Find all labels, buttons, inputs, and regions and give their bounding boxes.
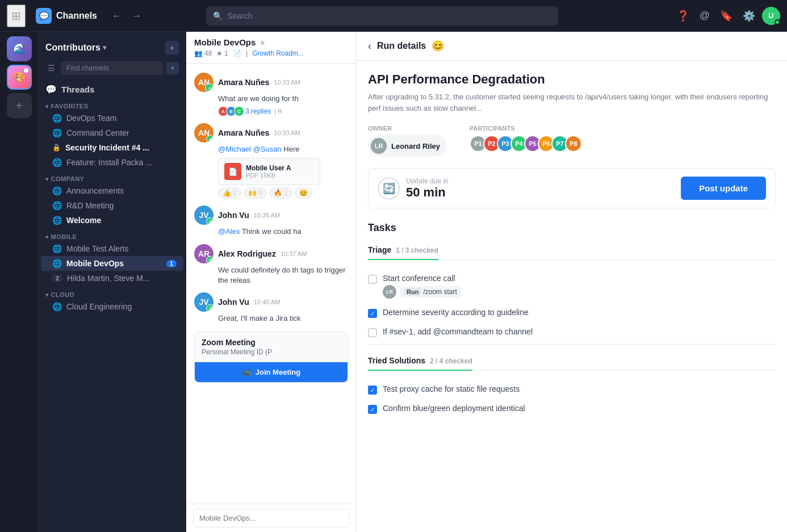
company-header[interactable]: ▾ COMPANY <box>39 172 186 183</box>
channel-item-cloud-engineering[interactable]: 🌐 Cloud Engineering <box>41 299 183 314</box>
back-button[interactable]: ← <box>107 7 125 24</box>
channel-item-welcome[interactable]: 🌐 Welcome <box>41 213 183 228</box>
message-input-bar <box>186 504 356 532</box>
participants-row: P1 P2 P3 P4 P5 P6 P7 P8 <box>470 135 579 152</box>
channel-label: Announcements <box>66 186 124 195</box>
message-group: AN ✓ Amara Nuñes 10:33 AM @Michael @Susa… <box>186 120 356 202</box>
workspace-icons: 🌊 🎨 + <box>0 32 39 532</box>
topbar-actions: ❓ @ 🔖 ⚙️ U <box>673 6 780 26</box>
timer-icon: 🔄 <box>378 177 400 200</box>
workspace-avatar-1[interactable]: 🌊 <box>7 36 32 61</box>
channel-item-rd-meeting[interactable]: 🌐 R&D Meeting <box>41 198 183 213</box>
brand-area: 💬 Channels <box>31 8 102 24</box>
task-item: ✓ Confirm blue/green deployment identica… <box>368 399 776 418</box>
workspace-add-button[interactable]: + <box>7 93 32 118</box>
threads-label: Threads <box>61 85 94 94</box>
cloud-header[interactable]: ▾ CLOUD <box>39 288 186 299</box>
cloud-label: CLOUD <box>51 291 75 298</box>
mention-icon[interactable]: @ <box>696 6 713 25</box>
channel-link[interactable]: Growth Roadm... <box>252 49 304 57</box>
run-chip[interactable]: Run /zoom start <box>400 286 462 298</box>
task-checkbox-checked[interactable]: ✓ <box>368 405 377 414</box>
participants-label: Participants <box>470 125 579 132</box>
tried-count: 2 / 4 checked <box>430 357 472 365</box>
tab-tried-solutions[interactable]: Tried Solutions 2 / 4 checked <box>368 351 472 371</box>
reaction-thumbsup[interactable]: 👍 1 <box>218 187 241 199</box>
reply-label: | R <box>274 108 282 115</box>
task-text: If #sev-1, add @commandteam to channel <box>383 327 533 336</box>
channel-item-command-center[interactable]: 🌐 Command Center <box>41 125 183 140</box>
channel-item-mobile-test-alerts[interactable]: 🌐 Mobile Test Alerts <box>41 241 183 256</box>
brand-label: Channels <box>56 11 97 21</box>
reaction-clap[interactable]: 🙌 4 <box>244 187 267 199</box>
channel-label: Cloud Engineering <box>66 302 132 311</box>
channel-star-icon[interactable]: ★ <box>259 38 266 47</box>
channel-header: Mobile DevOps ★ 👥 48 ★ 1 📄 | Growth Road… <box>186 32 356 64</box>
threads-icon: 💬 <box>45 84 57 95</box>
emoji-button[interactable]: 😊 <box>432 40 444 52</box>
settings-icon[interactable]: ⚙️ <box>739 6 759 26</box>
join-meeting-button[interactable]: 📹 Join Meeting <box>195 362 348 382</box>
message-group: AR ✓ Alex Rodriguez 10:37 AM We could de… <box>186 241 356 289</box>
tab-triage[interactable]: Triage 1 / 3 checked <box>368 241 438 260</box>
user-avatar[interactable]: U <box>762 7 780 25</box>
channel-item-feature-install[interactable]: 🌐 Feature: Install Packa ... <box>41 155 183 170</box>
channel-item-security-incident[interactable]: 🔒 Security Incident #4 ... <box>41 140 183 155</box>
workspace-chevron-icon: ▾ <box>103 44 106 52</box>
globe-icon: 🌐 <box>52 186 62 195</box>
mobile-header[interactable]: ▾ MOBILE <box>39 230 186 241</box>
search-bar[interactable]: 🔍 <box>206 6 558 26</box>
find-channels-input[interactable] <box>61 61 163 75</box>
favorites-header[interactable]: ▾ FAVORITES <box>39 99 186 111</box>
forward-button[interactable]: → <box>128 7 146 24</box>
avatar: AN ✓ <box>194 123 214 143</box>
attachment-card[interactable]: 📄 Mobile User A PDF 15KB <box>218 158 320 185</box>
favorites-label: FAVORITES <box>51 103 89 110</box>
back-button[interactable]: ‹ <box>368 40 371 52</box>
help-icon[interactable]: ❓ <box>673 6 693 26</box>
task-checkbox-checked[interactable]: ✓ <box>368 309 377 318</box>
post-update-button[interactable]: Post update <box>681 177 766 200</box>
sidebar-add-button[interactable]: + <box>165 41 179 55</box>
message-input[interactable] <box>193 509 349 527</box>
avatar: AN ✓ <box>194 73 214 92</box>
verified-badge-icon: ✓ <box>206 256 214 263</box>
channel-item-announcements[interactable]: 🌐 Announcements <box>41 183 183 198</box>
lock-icon: 🔒 <box>52 144 61 152</box>
tasks-section: Tasks Triage 1 / 3 checked Start confere… <box>368 222 776 418</box>
channel-item-devops-team[interactable]: 🌐 DevOps Team <box>41 111 183 125</box>
task-checkbox[interactable] <box>368 275 377 284</box>
incident-desc: After upgrading to 5.31.2, the customer … <box>368 91 776 114</box>
task-avatar: LR <box>383 285 396 299</box>
message-sender: John Vu <box>218 211 249 220</box>
update-label: Update due in <box>406 177 449 185</box>
threads-item[interactable]: 💬 Threads <box>39 79 186 99</box>
add-channel-button[interactable]: + <box>166 62 179 74</box>
search-input[interactable] <box>227 11 551 20</box>
globe-icon: 🌐 <box>52 216 62 225</box>
add-reaction-button[interactable]: 😊 <box>295 187 312 199</box>
replies-count[interactable]: 3 replies <box>245 107 271 115</box>
workspace-avatar-2[interactable]: 🎨 <box>7 65 32 90</box>
bookmark-icon[interactable]: 🔖 <box>717 6 736 26</box>
chevron-down-icon: ▾ <box>45 176 49 182</box>
filter-button[interactable]: ☰ <box>45 61 57 75</box>
channel-meta: 👥 48 ★ 1 📄 | Growth Roadm... <box>194 49 348 57</box>
globe-icon: 🌐 <box>52 128 62 137</box>
task-checkbox-checked[interactable]: ✓ <box>368 386 377 395</box>
channel-name: Mobile DevOps <box>194 37 256 47</box>
channel-item-mobile-devops[interactable]: 🌐 Mobile DevOps 1 <box>41 256 183 271</box>
messages-list: AN ✓ Amara Nuñes 10:33 AM What are we do… <box>186 64 356 504</box>
message-text: @Alex Think we could ha <box>218 227 348 237</box>
mobile-section: ▾ MOBILE 🌐 Mobile Test Alerts 🌐 Mobile D… <box>39 230 186 286</box>
channel-item-dm[interactable]: 2 Hilda Martin, Steve M... <box>41 271 183 286</box>
mobile-label: MOBILE <box>51 233 77 240</box>
reaction-fire[interactable]: 🔥 1 <box>269 187 292 199</box>
grid-icon[interactable]: ⊞ <box>7 5 26 27</box>
participants-col: Participants P1 P2 P3 P4 P5 P6 P7 P8 <box>470 125 579 157</box>
task-checkbox[interactable] <box>368 328 377 337</box>
company-label: COMPANY <box>51 175 85 182</box>
owner-label: Owner <box>368 125 447 132</box>
workspace-title[interactable]: Contributors ▾ <box>45 43 106 53</box>
message-text: @Michael @Susan Here <box>218 144 348 154</box>
